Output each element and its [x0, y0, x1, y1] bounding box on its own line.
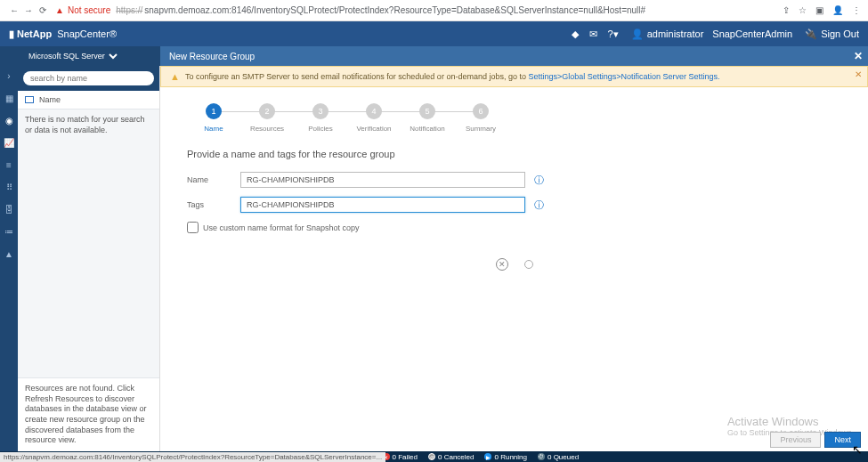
status-failed[interactable]: ✕0 Failed	[383, 453, 418, 461]
name-input[interactable]	[240, 172, 525, 188]
browser-toolbar: ← → ⟳ ▲ Not secure https://snapvm.demoaz…	[0, 0, 868, 21]
cancel-loading-icon[interactable]: ✕	[496, 258, 508, 271]
plugin-select[interactable]: Microsoft SQL Server	[25, 51, 120, 61]
no-match-message: There is no match for your search or dat…	[18, 109, 159, 141]
forward-icon[interactable]: →	[21, 5, 36, 15]
step-circle: 5	[419, 103, 435, 119]
plugin-selector-wrap: Microsoft SQL Server	[0, 46, 160, 66]
step-name[interactable]: 1 Name	[187, 103, 240, 133]
step-circle: 1	[206, 103, 222, 119]
search-wrap	[18, 66, 159, 91]
step-notification[interactable]: 5 Notification	[401, 103, 454, 133]
warning-triangle-icon: ▲	[55, 5, 64, 15]
nav-resources-icon[interactable]: ◉	[5, 116, 13, 126]
extension-icon[interactable]: ▣	[815, 5, 823, 15]
step-summary[interactable]: 6 Summary	[454, 103, 507, 133]
step-circle: 6	[473, 103, 489, 119]
spinner-icon	[524, 260, 533, 269]
footer-message: Resources are not found. Click Refresh R…	[18, 377, 159, 451]
status-bar: https://snapvm.demoaz.com:8146/Inventory…	[0, 451, 868, 462]
nav-reports-icon[interactable]: ≡	[6, 160, 12, 170]
signout-label: Sign Out	[821, 28, 859, 39]
menu-icon[interactable]: ⋮	[852, 5, 861, 15]
status-canceled[interactable]: ⊘0 Canceled	[428, 453, 474, 461]
nav-hosts-icon[interactable]: ⠿	[6, 182, 12, 192]
signout-icon: 🔌	[805, 28, 817, 40]
step-circle: 3	[312, 103, 329, 119]
share-icon[interactable]: ⇪	[783, 5, 790, 15]
step-policies[interactable]: 3 Policies	[294, 103, 347, 133]
custom-name-checkbox-row: Use custom name format for Snapshot copy	[187, 222, 841, 233]
page-title-bar: New Resource Group ✕	[160, 46, 868, 66]
custom-name-checkbox[interactable]	[187, 222, 199, 233]
nav-storage-icon[interactable]: 🗄	[4, 205, 13, 215]
content-area: ▲ To configure an SMTP Server to send em…	[160, 66, 868, 451]
step-label: Notification	[410, 125, 445, 133]
checkbox-label: Use custom name format for Snapshot copy	[203, 223, 360, 232]
step-label: Verification	[356, 125, 391, 133]
user-block[interactable]: 👤 administrator	[631, 28, 704, 40]
watermark-line1: Activate Windows	[727, 415, 854, 428]
address-bar[interactable]: https://snapvm.demoaz.com:8146/Inventory…	[116, 5, 783, 15]
running-dot-icon: ▶	[484, 453, 491, 460]
step-circle: 2	[259, 103, 275, 119]
sub-header: Microsoft SQL Server New Resource Group …	[0, 46, 868, 66]
security-warning: ▲ Not secure	[55, 5, 110, 15]
tags-input[interactable]	[240, 197, 525, 213]
info-icon[interactable]: ⓘ	[534, 199, 544, 212]
cancel-dot-icon: ⊘	[428, 453, 435, 460]
side-panel: Name There is no match for your search o…	[18, 66, 160, 451]
back-icon[interactable]: ←	[7, 5, 21, 15]
product-name: SnapCenter®	[57, 28, 117, 39]
status-text: 0 Canceled	[438, 453, 474, 461]
reload-icon[interactable]: ⟳	[36, 5, 50, 15]
status-queued[interactable]: ⏱0 Queued	[538, 453, 579, 461]
name-row: Name ⓘ	[187, 172, 841, 188]
star-icon[interactable]: ☆	[799, 5, 807, 15]
nav-settings-icon[interactable]: ≔	[4, 227, 13, 237]
nav-alerts-icon[interactable]: ▲	[4, 249, 13, 259]
tags-row: Tags ⓘ	[187, 197, 841, 213]
nav-expand-icon[interactable]: ›	[7, 71, 10, 81]
status-text: 0 Running	[494, 453, 526, 461]
notification-icon[interactable]: ✉	[589, 28, 597, 40]
step-verification[interactable]: 4 Verification	[347, 103, 401, 133]
help-icon[interactable]: ?▾	[608, 28, 619, 40]
info-icon[interactable]: ⓘ	[534, 174, 544, 187]
name-column-label: Name	[39, 95, 61, 104]
notice-link[interactable]: Settings>Global Settings>Notification Se…	[528, 72, 719, 81]
notice-close-icon[interactable]: ✕	[855, 69, 862, 79]
step-label: Resources	[250, 125, 284, 133]
previous-button: Previous	[770, 432, 821, 448]
wizard-steps: 1 Name 2 Resources 3 Policies 4 Verifica…	[160, 87, 868, 142]
nav-dashboard-icon[interactable]: ▦	[5, 93, 13, 103]
warning-icon: ▲	[170, 71, 180, 82]
step-label: Policies	[308, 125, 333, 133]
search-input[interactable]	[23, 71, 154, 85]
flag-icon	[25, 96, 34, 103]
wizard-footer-buttons: Previous Next	[770, 432, 861, 448]
close-icon[interactable]: ✕	[854, 50, 863, 62]
mail-icon[interactable]: ◆	[572, 28, 579, 40]
nav-monitor-icon[interactable]: 📈	[4, 138, 14, 148]
column-header-row: Name	[18, 91, 159, 109]
tags-field-label: Tags	[187, 200, 240, 209]
user-name: administrator	[647, 28, 704, 39]
status-text: 0 Failed	[393, 453, 418, 461]
step-label: Name	[204, 125, 223, 133]
next-button[interactable]: Next	[824, 432, 861, 448]
url-text: snapvm.demoaz.com:8146/InventorySQLProte…	[144, 5, 645, 15]
page-title: New Resource Group	[169, 52, 255, 61]
app-header: ▮ NetApp SnapCenter® ◆ ✉ ?▾ 👤 administra…	[0, 21, 868, 46]
form-area: Provide a name and tags for the resource…	[160, 142, 868, 278]
role-label[interactable]: SnapCenterAdmin	[712, 28, 792, 39]
profile-icon[interactable]: 👤	[832, 5, 843, 15]
hover-url: https://snapvm.demoaz.com:8146/Inventory…	[0, 452, 385, 462]
signout-button[interactable]: 🔌 Sign Out	[805, 28, 859, 40]
name-field-label: Name	[187, 175, 240, 184]
url-protocol: https://	[116, 5, 142, 15]
status-running[interactable]: ▶0 Running	[484, 453, 526, 461]
smtp-notice: ▲ To configure an SMTP Server to send em…	[160, 66, 868, 87]
loader-row: ✕	[187, 258, 841, 271]
step-resources[interactable]: 2 Resources	[240, 103, 294, 133]
